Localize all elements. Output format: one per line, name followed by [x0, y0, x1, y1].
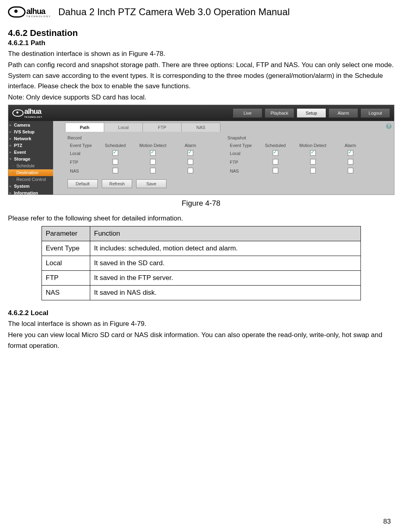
logo-eye-icon [8, 6, 26, 18]
snapshot-title: Snapshot [228, 135, 369, 140]
record-title: Record [67, 135, 209, 140]
paragraph: Please refer to the following sheet for … [8, 213, 394, 224]
tab-playback[interactable]: Playback [265, 108, 294, 118]
cell-func: It saved in the SD card. [90, 256, 360, 271]
sidebar-item-ivs[interactable]: IVS Setup [8, 129, 53, 135]
dahua-logo: alhua TECHNOLOGY [8, 4, 51, 20]
tab-live[interactable]: Live [233, 108, 262, 118]
checkbox-snap-local-scheduled[interactable] [273, 150, 278, 156]
paragraph: The destination interface is shown as in… [8, 49, 394, 59]
checkbox-record-ftp-motion[interactable] [150, 159, 156, 165]
snapshot-grid: Snapshot Event Type Scheduled Motion Det… [225, 135, 369, 188]
main-nav-tabs: Live Playback Setup Alarm Logout [233, 108, 390, 118]
row-label-nas: NAS [225, 167, 257, 175]
save-button[interactable]: Save [136, 179, 166, 188]
checkbox-record-ftp-scheduled[interactable] [113, 159, 118, 165]
col-scheduled: Scheduled [257, 142, 294, 149]
subtab-ftp[interactable]: FTP [143, 123, 182, 132]
subtab-path[interactable]: Path [65, 123, 104, 132]
checkbox-snap-nas-motion[interactable] [310, 168, 316, 173]
cell-func: It saved in NAS disk. [90, 286, 360, 300]
table-row: NAS It saved in NAS disk. [42, 286, 360, 300]
section-heading: 4.6.2 Destination [8, 28, 394, 38]
checkbox-record-nas-alarm[interactable] [188, 168, 193, 173]
col-motion: Motion Detect [294, 142, 332, 149]
sidebar-nav: Camera IVS Setup Network PTZ Event Stora… [8, 121, 53, 195]
cell-param: Local [42, 256, 90, 271]
row-label-local: Local [65, 149, 97, 158]
checkbox-snap-ftp-scheduled[interactable] [273, 159, 278, 165]
table-head-parameter: Parameter [42, 226, 90, 241]
checkbox-snap-local-motion[interactable] [310, 150, 316, 156]
tab-alarm[interactable]: Alarm [329, 108, 358, 118]
row-label-ftp: FTP [65, 158, 97, 167]
checkbox-record-local-scheduled[interactable] [113, 150, 118, 156]
cell-param: NAS [42, 286, 90, 300]
table-row: Event Type It includes: scheduled, motio… [42, 241, 360, 256]
col-event-type: Event Type [225, 142, 257, 149]
sidebar-item-system[interactable]: System [8, 183, 53, 190]
app-logo-text: alhua [24, 107, 41, 115]
checkbox-record-local-motion[interactable] [150, 150, 156, 156]
sidebar-item-event[interactable]: Event [8, 149, 53, 156]
sidebar-item-record-control[interactable]: Record Control [8, 176, 53, 183]
row-label-local: Local [225, 149, 257, 158]
main-panel: ? Path Local FTP NAS Record Event Type S… [53, 121, 394, 195]
col-motion: Motion Detect [134, 142, 172, 149]
sidebar-item-network[interactable]: Network [8, 135, 53, 142]
checkbox-snap-ftp-motion[interactable] [310, 159, 316, 165]
checkbox-record-nas-motion[interactable] [150, 168, 156, 173]
sidebar-item-ptz[interactable]: PTZ [8, 142, 53, 149]
sidebar-item-destination[interactable]: Destination [8, 169, 53, 176]
checkbox-snap-ftp-alarm[interactable] [348, 159, 353, 165]
table-row: Local It saved in the SD card. [42, 256, 360, 271]
sidebar-item-storage[interactable]: Storage [8, 156, 53, 163]
paragraph: The local interface is shown as in Figur… [8, 319, 394, 329]
cell-func: It saved in the FTP server. [90, 271, 360, 286]
table-row: FTP It saved in the FTP server. [42, 271, 360, 286]
tab-logout[interactable]: Logout [360, 108, 390, 118]
table-head-function: Function [90, 226, 360, 241]
cell-param: Event Type [42, 241, 90, 256]
parameter-table: Parameter Function Event Type It include… [42, 226, 361, 300]
sidebar-item-schedule[interactable]: Schedule [8, 163, 53, 169]
record-grid: Record Event Type Scheduled Motion Detec… [65, 135, 209, 188]
paragraph: Here you can view local Micro SD card or… [8, 330, 394, 351]
cell-func: It includes: scheduled, motion detect an… [90, 241, 360, 256]
logo-eye-icon [12, 109, 24, 117]
subtab-local[interactable]: Local [104, 123, 143, 132]
figure-caption: Figure 4-78 [8, 199, 394, 208]
page-header: alhua TECHNOLOGY Dahua 2 Inch PTZ Camera… [8, 4, 394, 20]
subsection-heading-path: 4.6.2.1 Path [8, 39, 394, 47]
tab-setup[interactable]: Setup [297, 108, 326, 118]
document-title: Dahua 2 Inch PTZ Camera Web 3.0 Operatio… [58, 6, 290, 18]
logo-text: alhua [26, 7, 45, 16]
sub-tabs: Path Local FTP NAS [65, 123, 394, 132]
sidebar-item-camera[interactable]: Camera [8, 122, 53, 129]
app-logo: alhua TECHNOLOGY [12, 107, 42, 118]
checkbox-record-nas-scheduled[interactable] [113, 168, 118, 173]
paragraph-note: Note: Only device supports SD card has l… [8, 92, 394, 103]
cell-param: FTP [42, 271, 90, 286]
figure-screenshot: alhua TECHNOLOGY Live Playback Setup Ala… [8, 105, 394, 195]
checkbox-snap-nas-alarm[interactable] [348, 168, 353, 173]
help-icon[interactable]: ? [386, 123, 392, 129]
checkbox-record-ftp-alarm[interactable] [188, 159, 193, 165]
refresh-button[interactable]: Refresh [102, 179, 132, 188]
subsection-heading-local: 4.6.2.2 Local [8, 309, 394, 317]
checkbox-snap-nas-scheduled[interactable] [273, 168, 278, 173]
col-alarm: Alarm [172, 142, 209, 149]
col-event-type: Event Type [65, 142, 97, 149]
row-label-ftp: FTP [225, 158, 257, 167]
sidebar-item-information[interactable]: Information [8, 190, 53, 197]
checkbox-record-local-alarm[interactable] [188, 150, 193, 156]
col-scheduled: Scheduled [97, 142, 134, 149]
subtab-nas[interactable]: NAS [181, 123, 220, 132]
checkbox-snap-local-alarm[interactable] [348, 150, 353, 156]
app-titlebar: alhua TECHNOLOGY Live Playback Setup Ala… [8, 105, 394, 121]
col-alarm: Alarm [332, 142, 369, 149]
paragraph: Path can config record and snapshot stor… [8, 60, 394, 91]
row-label-nas: NAS [65, 167, 97, 175]
default-button[interactable]: Default [67, 179, 98, 188]
logo-subtext: TECHNOLOGY [26, 15, 51, 18]
